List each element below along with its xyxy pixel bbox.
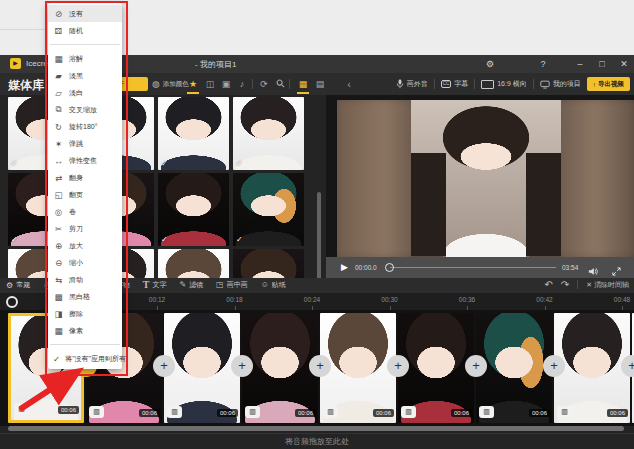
- timeline-clip[interactable]: ▥00:06: [242, 313, 318, 423]
- filter-button[interactable]: ✎滤镜: [179, 280, 203, 290]
- tab-general[interactable]: ⚙ 常规: [6, 280, 30, 290]
- audio-filter-icon[interactable]: ♪: [235, 77, 249, 91]
- transition-option[interactable]: ⧉交叉缩放: [48, 101, 122, 118]
- voiceover-button[interactable]: 画外音: [396, 79, 428, 89]
- transition-option[interactable]: ✶弹跳: [48, 135, 122, 152]
- rotate-icon[interactable]: ⟳: [257, 77, 271, 91]
- favorites-star-icon[interactable]: ★: [186, 77, 200, 91]
- timeline-clip[interactable]: ▥00:06: [320, 313, 396, 423]
- help-icon[interactable]: ?: [536, 58, 550, 70]
- transition-option[interactable]: ▱淡白: [48, 84, 122, 101]
- transition-option[interactable]: ◱翻页: [48, 186, 122, 203]
- audio-drop-zone[interactable]: 将音频拖放至此处: [0, 433, 634, 449]
- transition-option[interactable]: ▩黑白格: [48, 288, 122, 305]
- mic-icon: [396, 79, 404, 89]
- videos-filter-icon[interactable]: ◫: [203, 77, 217, 91]
- transition-option[interactable]: ▦溶解: [48, 50, 122, 67]
- transition-option[interactable]: ↔弹性变焦: [48, 152, 122, 169]
- add-transition-button[interactable]: +: [387, 355, 409, 377]
- my-projects-button[interactable]: 我的项目: [540, 79, 581, 89]
- timeline-clip[interactable]: ▥00:06: [164, 313, 240, 423]
- playhead-marker[interactable]: [6, 296, 18, 308]
- seek-track[interactable]: [390, 267, 556, 268]
- transition-option[interactable]: ◎卷: [48, 203, 122, 220]
- add-transition-button[interactable]: +: [543, 355, 565, 377]
- pip-button[interactable]: ◳画中画: [216, 280, 248, 290]
- ruler-label: 00:12: [149, 296, 165, 303]
- media-thumbnail[interactable]: ✓: [158, 97, 229, 170]
- transition-option[interactable]: ▰淡黑: [48, 67, 122, 84]
- transition-option[interactable]: ▦像素: [48, 322, 122, 339]
- minimize-button[interactable]: –: [573, 58, 587, 70]
- media-thumbnail[interactable]: ✓: [158, 173, 229, 246]
- ruler-label: 00:30: [381, 296, 397, 303]
- transition-option[interactable]: ⇄翻身: [48, 169, 122, 186]
- seek-knob[interactable]: [385, 263, 394, 272]
- transition-icon: ▰: [53, 71, 64, 81]
- close-button[interactable]: ✕: [617, 58, 631, 70]
- redo-icon[interactable]: ↷: [561, 279, 569, 290]
- current-time: 00:00.0: [355, 264, 377, 271]
- voiceover-label: 画外音: [407, 79, 428, 89]
- timeline-clip[interactable]: ▥00:06: [476, 313, 552, 423]
- tab-general-label: 常规: [16, 280, 30, 290]
- transition-option[interactable]: ↻旋转180°: [48, 118, 122, 135]
- export-video-button[interactable]: ↑ 导出视频: [587, 77, 630, 91]
- add-transition-button[interactable]: +: [231, 355, 253, 377]
- check-icon: ✓: [161, 235, 168, 244]
- color-circle-icon: ◍: [152, 79, 160, 89]
- subtitles-button[interactable]: CC 字幕: [441, 79, 469, 89]
- text-label: 文字: [152, 280, 166, 290]
- clip-duration: 00:06: [607, 409, 628, 417]
- timeline-clip[interactable]: ▥00:06: [554, 313, 630, 423]
- text-button[interactable]: T文字: [143, 279, 167, 290]
- media-thumbnail[interactable]: ✓: [233, 97, 304, 170]
- transition-option[interactable]: ⚄随机: [48, 22, 122, 39]
- timeline-clip[interactable]: ▥00:06: [398, 313, 474, 423]
- media-library-title: 媒体库: [8, 77, 44, 94]
- add-transition-button[interactable]: +: [465, 355, 487, 377]
- transition-option[interactable]: ✂剪刀: [48, 220, 122, 237]
- media-thumbnail[interactable]: ✓: [233, 173, 304, 246]
- transition-option[interactable]: ⊕放大: [48, 237, 122, 254]
- grid-view-icon[interactable]: ▦: [296, 77, 310, 91]
- play-button[interactable]: ▶: [341, 262, 348, 272]
- check-icon: ✓: [236, 235, 243, 244]
- images-filter-icon[interactable]: ▣: [219, 77, 233, 91]
- export-label: 导出视频: [598, 80, 624, 89]
- settings-icon[interactable]: ⚙: [483, 58, 497, 70]
- filter-label: 滤镜: [189, 280, 203, 290]
- transition-option[interactable]: ⇆滑动: [48, 271, 122, 288]
- film-icon: ▥: [557, 406, 572, 418]
- transition-option[interactable]: ⊘没有: [48, 5, 122, 22]
- transition-label: 没有: [69, 9, 83, 19]
- transition-label: 旋转180°: [69, 122, 97, 132]
- aspect-ratio-button[interactable]: 16:9 横向: [481, 79, 527, 89]
- clear-timeline-button[interactable]: ✕ 清除时间轴: [586, 280, 629, 290]
- transition-icon: ✓: [53, 354, 60, 364]
- transition-icon: ✶: [53, 139, 64, 149]
- transition-label: 剪刀: [69, 224, 83, 234]
- ruler-label: 00:48: [614, 296, 630, 303]
- search-icon[interactable]: [273, 77, 287, 91]
- undo-icon[interactable]: ↶: [544, 279, 552, 290]
- sticker-button[interactable]: ☺贴纸: [261, 280, 286, 290]
- add-color-label: 添加颜色: [163, 80, 189, 89]
- media-thumbnail[interactable]: [233, 249, 304, 278]
- media-thumbnail[interactable]: [158, 249, 229, 278]
- collapse-panel-icon[interactable]: ‹: [342, 77, 356, 91]
- transition-option[interactable]: ✓将"没有"应用到所有: [48, 350, 122, 367]
- transition-option[interactable]: ⊖缩小: [48, 254, 122, 271]
- cc-icon: CC: [441, 80, 452, 88]
- add-transition-button[interactable]: +: [309, 355, 331, 377]
- transition-icon: ▩: [53, 292, 64, 302]
- add-color-button[interactable]: ◍ 添加颜色: [152, 77, 189, 91]
- history-controls: ↶ ↷ ✕ 清除时间轴: [544, 279, 629, 290]
- add-transition-button[interactable]: +: [153, 355, 175, 377]
- timeline-scrollbar[interactable]: [8, 426, 624, 431]
- transition-label: 溶解: [69, 54, 83, 64]
- maximize-button[interactable]: □: [595, 58, 609, 70]
- transition-option[interactable]: ◨擦除: [48, 305, 122, 322]
- ruler-label: 00:36: [459, 296, 475, 303]
- list-view-icon[interactable]: ▤: [313, 77, 327, 91]
